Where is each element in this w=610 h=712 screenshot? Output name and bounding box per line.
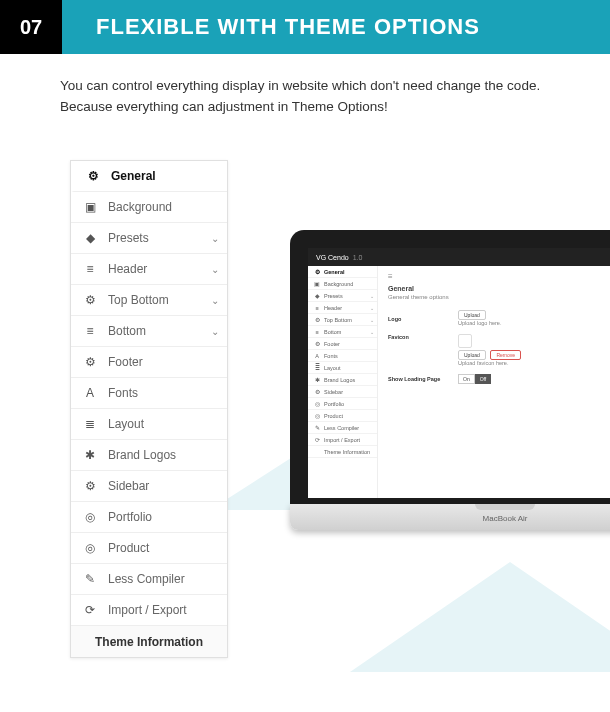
header-icon: ≡: [313, 305, 321, 311]
upload-button[interactable]: Upload: [458, 350, 486, 360]
loading-label: Show Loading Page: [388, 376, 458, 382]
app-sidebar-item-label: Top Bottom: [324, 317, 352, 323]
sidebar-item-label: Sidebar: [108, 479, 149, 493]
app-sidebar-item-label: Bottom: [324, 329, 341, 335]
sidebar-item-presets[interactable]: ◆Presets⌄: [71, 223, 227, 254]
toggle-on[interactable]: On: [458, 374, 475, 384]
header-icon: ≡: [81, 262, 99, 276]
sidebar-item-import-export[interactable]: ⟳Import / Export: [71, 595, 227, 626]
sidebar-item-bottom[interactable]: ≡Bottom⌄: [71, 316, 227, 347]
app-name: VG Cendo: [316, 254, 349, 261]
sidebar-item-background[interactable]: ▣Background: [71, 192, 227, 223]
laptop-brand-label: MacBook Air: [483, 514, 528, 523]
app-sidebar-item-import-export[interactable]: ⟳Import / Export: [308, 434, 377, 446]
sidebar-item-label: Background: [108, 200, 172, 214]
sidebar-item-label: Product: [108, 541, 149, 555]
app-sidebar-item-label: Presets: [324, 293, 343, 299]
chevron-down-icon: ⌄: [211, 233, 219, 244]
app-sidebar-item-header[interactable]: ≡Header⌄: [308, 302, 377, 314]
bottom-icon: ≡: [81, 324, 99, 338]
app-sidebar-item-general[interactable]: ⚙General: [308, 266, 377, 278]
general-icon: ⚙: [313, 269, 321, 275]
app-sidebar-item-product[interactable]: ◎Product: [308, 410, 377, 422]
on-off-toggle[interactable]: On Off: [458, 374, 491, 384]
background-icon: ▣: [313, 281, 321, 287]
sidebar-item-portfolio[interactable]: ◎Portfolio: [71, 502, 227, 533]
sidebar-item-sidebar[interactable]: ⚙Sidebar: [71, 471, 227, 502]
sidebar-item-fonts[interactable]: AFonts: [71, 378, 227, 409]
panel-heading: General: [388, 285, 610, 292]
sidebar-item-label: Brand Logos: [108, 448, 176, 462]
logo-hint: Upload logo here.: [458, 320, 501, 326]
chevron-down-icon: ⌄: [370, 305, 374, 311]
sidebar-item-top-bottom[interactable]: ⚙Top Bottom⌄: [71, 285, 227, 316]
sidebar-item-label: Fonts: [108, 386, 138, 400]
app-sidebar-item-footer[interactable]: ⚙Footer: [308, 338, 377, 350]
app-main-panel: ≡ General General theme options Logo Upl…: [378, 266, 610, 498]
toggle-off[interactable]: Off: [475, 374, 492, 384]
app-sidebar-item-label: Fonts: [324, 353, 338, 359]
app-sidebar-item-label: Import / Export: [324, 437, 360, 443]
app-sidebar-item-background[interactable]: ▣Background: [308, 278, 377, 290]
favicon-hint: Upload favicon here.: [458, 360, 524, 366]
top-bottom-icon: ⚙: [81, 293, 99, 307]
chevron-down-icon: ⌄: [211, 326, 219, 337]
favicon-thumbnail: [458, 334, 472, 348]
chevron-down-icon: ⌄: [211, 295, 219, 306]
less-compiler-icon: ✎: [81, 572, 99, 586]
app-sidebar-item-sidebar[interactable]: ⚙Sidebar: [308, 386, 377, 398]
sidebar-item-footer[interactable]: ⚙Footer: [71, 347, 227, 378]
app-sidebar-item-brand-logos[interactable]: ✱Brand Logos: [308, 374, 377, 386]
remove-button[interactable]: Remove: [490, 350, 521, 360]
sidebar-item-general[interactable]: ⚙General: [71, 161, 227, 192]
section-header: 07 FLEXIBLE WITH THEME OPTIONS: [0, 0, 610, 54]
sidebar-item-less-compiler[interactable]: ✎Less Compiler: [71, 564, 227, 595]
brand-logos-icon: ✱: [81, 448, 99, 462]
sidebar-item-theme-information[interactable]: Theme Information: [71, 626, 227, 657]
sidebar-item-label: Import / Export: [108, 603, 187, 617]
chevron-down-icon: ⌄: [370, 329, 374, 335]
app-sidebar-item-top-bottom[interactable]: ⚙Top Bottom⌄: [308, 314, 377, 326]
background-icon: ▣: [81, 200, 99, 214]
app-sidebar-item-portfolio[interactable]: ◎Portfolio: [308, 398, 377, 410]
footer-icon: ⚙: [313, 341, 321, 347]
fonts-icon: A: [81, 386, 99, 400]
app-sidebar-item-label: Background: [324, 281, 353, 287]
app-version: 1.0: [353, 254, 363, 261]
sidebar-item-label: Presets: [108, 231, 149, 245]
brand-logos-icon: ✱: [313, 377, 321, 383]
logo-label: Logo: [388, 316, 458, 322]
app-sidebar-item-label: Theme Information: [324, 449, 370, 455]
section-title: FLEXIBLE WITH THEME OPTIONS: [62, 0, 610, 54]
app-sidebar-item-label: Header: [324, 305, 342, 311]
app-sidebar-item-less-compiler[interactable]: ✎Less Compiler: [308, 422, 377, 434]
bars-icon: ≡: [388, 272, 610, 281]
presets-icon: ◆: [81, 231, 99, 245]
section-description: You can control everything display in we…: [0, 54, 610, 118]
sidebar-item-product[interactable]: ◎Product: [71, 533, 227, 564]
fonts-icon: A: [313, 353, 321, 359]
sidebar-item-label: Layout: [108, 417, 144, 431]
decorative-triangle: [350, 562, 610, 672]
import-export-icon: ⟳: [313, 437, 321, 443]
product-icon: ◎: [81, 541, 99, 555]
sidebar-item-header[interactable]: ≡Header⌄: [71, 254, 227, 285]
app-sidebar-item-theme-information[interactable]: Theme Information: [308, 446, 377, 458]
sidebar-item-layout[interactable]: ≣Layout: [71, 409, 227, 440]
upload-button[interactable]: Upload: [458, 310, 486, 320]
app-sidebar-item-bottom[interactable]: ≡Bottom⌄: [308, 326, 377, 338]
less-compiler-icon: ✎: [313, 425, 321, 431]
app-sidebar-item-fonts[interactable]: AFonts: [308, 350, 377, 362]
app-sidebar-item-layout[interactable]: ≣Layout: [308, 362, 377, 374]
layout-icon: ≣: [313, 365, 321, 371]
app-sidebar-item-presets[interactable]: ◆Presets⌄: [308, 290, 377, 302]
app-header: VG Cendo 1.0: [308, 248, 610, 266]
portfolio-icon: ◎: [81, 510, 99, 524]
favicon-label: Favicon: [388, 334, 458, 340]
app-sidebar-item-label: Brand Logos: [324, 377, 355, 383]
app-sidebar-item-label: Product: [324, 413, 343, 419]
sidebar-item-label: Header: [108, 262, 147, 276]
laptop-screen-frame: VG Cendo 1.0 ⚙General▣Background◆Presets…: [290, 230, 610, 504]
sidebar-item-brand-logos[interactable]: ✱Brand Logos: [71, 440, 227, 471]
sidebar-item-label: Portfolio: [108, 510, 152, 524]
